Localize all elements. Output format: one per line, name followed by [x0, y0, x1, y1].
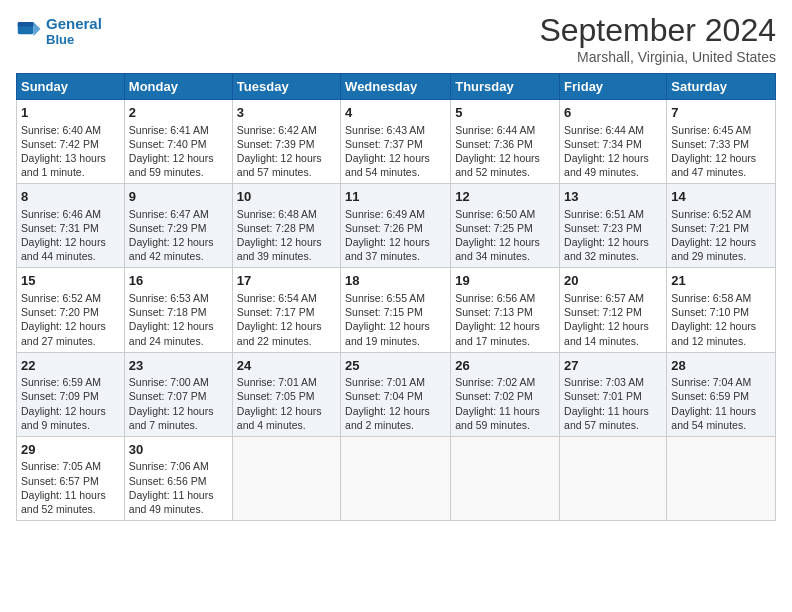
calendar-cell: 3Sunrise: 6:42 AMSunset: 7:39 PMDaylight…: [232, 100, 340, 184]
day-number: 28: [671, 357, 771, 375]
header: General Blue September 2024 Marshall, Vi…: [16, 12, 776, 65]
month-title: September 2024: [539, 12, 776, 49]
calendar-cell: 9Sunrise: 6:47 AMSunset: 7:29 PMDaylight…: [124, 184, 232, 268]
day-number: 19: [455, 272, 555, 290]
logo: General Blue: [16, 16, 102, 47]
svg-rect-2: [18, 22, 34, 26]
calendar-cell: [667, 436, 776, 520]
location: Marshall, Virginia, United States: [539, 49, 776, 65]
day-info: Sunrise: 7:02 AMSunset: 7:02 PMDaylight:…: [455, 375, 555, 432]
calendar-cell: 26Sunrise: 7:02 AMSunset: 7:02 PMDayligh…: [451, 352, 560, 436]
title-area: September 2024 Marshall, Virginia, Unite…: [539, 12, 776, 65]
calendar-week-5: 29Sunrise: 7:05 AMSunset: 6:57 PMDayligh…: [17, 436, 776, 520]
calendar-cell: 11Sunrise: 6:49 AMSunset: 7:26 PMDayligh…: [341, 184, 451, 268]
day-info: Sunrise: 6:45 AMSunset: 7:33 PMDaylight:…: [671, 123, 771, 180]
day-info: Sunrise: 6:57 AMSunset: 7:12 PMDaylight:…: [564, 291, 662, 348]
day-number: 29: [21, 441, 120, 459]
day-info: Sunrise: 6:54 AMSunset: 7:17 PMDaylight:…: [237, 291, 336, 348]
weekday-header-monday: Monday: [124, 74, 232, 100]
calendar-cell: 21Sunrise: 6:58 AMSunset: 7:10 PMDayligh…: [667, 268, 776, 352]
day-number: 5: [455, 104, 555, 122]
day-info: Sunrise: 6:49 AMSunset: 7:26 PMDaylight:…: [345, 207, 446, 264]
day-number: 9: [129, 188, 228, 206]
calendar-cell: 28Sunrise: 7:04 AMSunset: 6:59 PMDayligh…: [667, 352, 776, 436]
calendar-week-4: 22Sunrise: 6:59 AMSunset: 7:09 PMDayligh…: [17, 352, 776, 436]
day-info: Sunrise: 6:42 AMSunset: 7:39 PMDaylight:…: [237, 123, 336, 180]
calendar-week-3: 15Sunrise: 6:52 AMSunset: 7:20 PMDayligh…: [17, 268, 776, 352]
weekday-header-friday: Friday: [560, 74, 667, 100]
day-number: 15: [21, 272, 120, 290]
day-info: Sunrise: 6:59 AMSunset: 7:09 PMDaylight:…: [21, 375, 120, 432]
calendar-cell: 29Sunrise: 7:05 AMSunset: 6:57 PMDayligh…: [17, 436, 125, 520]
calendar-cell: 10Sunrise: 6:48 AMSunset: 7:28 PMDayligh…: [232, 184, 340, 268]
calendar-cell: 18Sunrise: 6:55 AMSunset: 7:15 PMDayligh…: [341, 268, 451, 352]
calendar-cell: 15Sunrise: 6:52 AMSunset: 7:20 PMDayligh…: [17, 268, 125, 352]
calendar-cell: [232, 436, 340, 520]
calendar-week-2: 8Sunrise: 6:46 AMSunset: 7:31 PMDaylight…: [17, 184, 776, 268]
calendar-cell: 13Sunrise: 6:51 AMSunset: 7:23 PMDayligh…: [560, 184, 667, 268]
svg-marker-1: [34, 22, 41, 36]
day-info: Sunrise: 7:01 AMSunset: 7:04 PMDaylight:…: [345, 375, 446, 432]
day-number: 18: [345, 272, 446, 290]
weekday-header-tuesday: Tuesday: [232, 74, 340, 100]
weekday-header-thursday: Thursday: [451, 74, 560, 100]
day-info: Sunrise: 6:48 AMSunset: 7:28 PMDaylight:…: [237, 207, 336, 264]
day-number: 4: [345, 104, 446, 122]
day-number: 11: [345, 188, 446, 206]
day-info: Sunrise: 6:46 AMSunset: 7:31 PMDaylight:…: [21, 207, 120, 264]
logo-text: General Blue: [46, 16, 102, 47]
calendar-cell: 7Sunrise: 6:45 AMSunset: 7:33 PMDaylight…: [667, 100, 776, 184]
day-info: Sunrise: 6:43 AMSunset: 7:37 PMDaylight:…: [345, 123, 446, 180]
day-number: 26: [455, 357, 555, 375]
day-number: 30: [129, 441, 228, 459]
day-info: Sunrise: 6:44 AMSunset: 7:34 PMDaylight:…: [564, 123, 662, 180]
calendar-cell: 12Sunrise: 6:50 AMSunset: 7:25 PMDayligh…: [451, 184, 560, 268]
day-number: 8: [21, 188, 120, 206]
day-info: Sunrise: 7:06 AMSunset: 6:56 PMDaylight:…: [129, 459, 228, 516]
day-number: 2: [129, 104, 228, 122]
day-info: Sunrise: 6:50 AMSunset: 7:25 PMDaylight:…: [455, 207, 555, 264]
day-info: Sunrise: 7:01 AMSunset: 7:05 PMDaylight:…: [237, 375, 336, 432]
calendar-cell: 27Sunrise: 7:03 AMSunset: 7:01 PMDayligh…: [560, 352, 667, 436]
day-info: Sunrise: 6:56 AMSunset: 7:13 PMDaylight:…: [455, 291, 555, 348]
day-number: 14: [671, 188, 771, 206]
calendar-cell: 2Sunrise: 6:41 AMSunset: 7:40 PMDaylight…: [124, 100, 232, 184]
day-number: 6: [564, 104, 662, 122]
day-info: Sunrise: 6:53 AMSunset: 7:18 PMDaylight:…: [129, 291, 228, 348]
day-info: Sunrise: 6:41 AMSunset: 7:40 PMDaylight:…: [129, 123, 228, 180]
day-number: 21: [671, 272, 771, 290]
day-number: 17: [237, 272, 336, 290]
day-number: 24: [237, 357, 336, 375]
day-info: Sunrise: 7:04 AMSunset: 6:59 PMDaylight:…: [671, 375, 771, 432]
day-info: Sunrise: 7:00 AMSunset: 7:07 PMDaylight:…: [129, 375, 228, 432]
day-number: 23: [129, 357, 228, 375]
calendar-cell: 16Sunrise: 6:53 AMSunset: 7:18 PMDayligh…: [124, 268, 232, 352]
day-info: Sunrise: 6:55 AMSunset: 7:15 PMDaylight:…: [345, 291, 446, 348]
weekday-header-saturday: Saturday: [667, 74, 776, 100]
day-number: 22: [21, 357, 120, 375]
calendar-cell: 8Sunrise: 6:46 AMSunset: 7:31 PMDaylight…: [17, 184, 125, 268]
day-info: Sunrise: 6:40 AMSunset: 7:42 PMDaylight:…: [21, 123, 120, 180]
day-info: Sunrise: 7:05 AMSunset: 6:57 PMDaylight:…: [21, 459, 120, 516]
calendar-cell: 6Sunrise: 6:44 AMSunset: 7:34 PMDaylight…: [560, 100, 667, 184]
calendar-cell: 20Sunrise: 6:57 AMSunset: 7:12 PMDayligh…: [560, 268, 667, 352]
calendar-cell: 17Sunrise: 6:54 AMSunset: 7:17 PMDayligh…: [232, 268, 340, 352]
day-number: 10: [237, 188, 336, 206]
day-number: 13: [564, 188, 662, 206]
day-info: Sunrise: 6:58 AMSunset: 7:10 PMDaylight:…: [671, 291, 771, 348]
day-number: 20: [564, 272, 662, 290]
calendar-cell: [560, 436, 667, 520]
day-info: Sunrise: 6:47 AMSunset: 7:29 PMDaylight:…: [129, 207, 228, 264]
day-number: 16: [129, 272, 228, 290]
day-info: Sunrise: 6:52 AMSunset: 7:20 PMDaylight:…: [21, 291, 120, 348]
day-number: 3: [237, 104, 336, 122]
day-info: Sunrise: 6:44 AMSunset: 7:36 PMDaylight:…: [455, 123, 555, 180]
page: General Blue September 2024 Marshall, Vi…: [0, 0, 792, 612]
calendar-cell: 23Sunrise: 7:00 AMSunset: 7:07 PMDayligh…: [124, 352, 232, 436]
logo-icon: [16, 15, 44, 43]
day-number: 27: [564, 357, 662, 375]
calendar-cell: [341, 436, 451, 520]
calendar-cell: [451, 436, 560, 520]
calendar-cell: 19Sunrise: 6:56 AMSunset: 7:13 PMDayligh…: [451, 268, 560, 352]
weekday-header-wednesday: Wednesday: [341, 74, 451, 100]
